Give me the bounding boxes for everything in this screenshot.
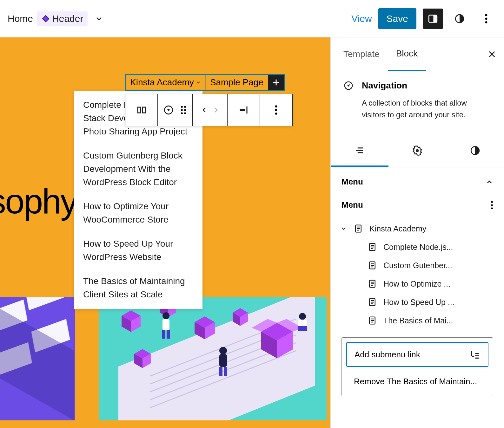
svg-rect-24 <box>162 319 169 330</box>
compass-icon <box>163 105 174 115</box>
toolbar-block-group <box>158 94 193 126</box>
svg-rect-41 <box>240 109 245 111</box>
svg-point-52 <box>491 201 493 203</box>
submenu-item[interactable]: Custom Gutenberg Block Development With … <box>83 149 194 189</box>
chevron-left-icon <box>201 105 208 115</box>
tree-item[interactable]: The Basics of Mai... <box>337 311 498 330</box>
submenu-item[interactable]: The Basics of Maintaining Client Sites a… <box>83 275 194 301</box>
plus-icon <box>272 78 281 87</box>
svg-rect-26 <box>167 330 170 339</box>
subtab-settings[interactable] <box>388 134 446 167</box>
block-subtabs <box>331 134 504 167</box>
svg-point-27 <box>219 347 227 354</box>
view-link[interactable]: View <box>351 13 372 24</box>
nav-item-sample-page[interactable]: Sample Page <box>206 75 268 90</box>
toolbar-block-type[interactable] <box>163 105 174 115</box>
svg-point-38 <box>184 109 186 111</box>
menu-actions: Add submenu link Remove The Basics of Ma… <box>342 337 493 396</box>
block-desc: A collection of blocks that allow visito… <box>362 97 491 120</box>
settings-panel-toggle[interactable] <box>423 9 443 29</box>
tree-item-label: The Basics of Mai... <box>383 316 453 325</box>
drag-icon <box>180 105 187 115</box>
block-title: Navigation <box>362 81 491 91</box>
submenu-item[interactable]: How to Speed Up Your WordPress Website <box>83 237 194 264</box>
page-icon <box>368 279 377 289</box>
tab-template[interactable]: Template <box>335 38 388 71</box>
half-circle-icon <box>470 145 481 156</box>
toolbar-justify[interactable] <box>228 94 260 126</box>
svg-point-35 <box>181 106 183 108</box>
template-part-icon <box>41 14 50 23</box>
template-chip-header[interactable]: Header <box>37 11 88 26</box>
toolbar-drag-handle[interactable] <box>180 105 187 115</box>
svg-point-7 <box>485 21 487 23</box>
top-toolbar: Home Header View Save <box>0 0 504 37</box>
illustration-teal <box>99 297 327 420</box>
submenu-item[interactable]: How to Optimize Your WooCommerce Store <box>83 200 194 226</box>
tree-item-parent[interactable]: Kinsta Academy <box>337 219 498 238</box>
add-nav-item-button[interactable] <box>268 75 284 90</box>
page-icon <box>368 261 377 270</box>
block-description: Navigation A collection of blocks that a… <box>331 71 504 134</box>
chevron-down-icon[interactable] <box>340 225 347 232</box>
tree-item[interactable]: Custom Gutenber... <box>337 256 498 275</box>
block-toolbar <box>125 94 293 126</box>
svg-point-50 <box>416 149 419 152</box>
chevron-right-icon <box>212 105 220 115</box>
editor-canvas[interactable]: sophy <box>0 37 330 428</box>
toolbar-more-options[interactable] <box>260 94 292 126</box>
styles-toggle[interactable] <box>449 9 470 29</box>
tree-item[interactable]: How to Speed Up ... <box>337 293 498 311</box>
add-submenu-link-button[interactable]: Add submenu link <box>346 342 488 367</box>
svg-rect-3 <box>433 15 437 22</box>
toolbar-move-group <box>193 94 228 126</box>
svg-point-43 <box>275 105 277 107</box>
page-title: sophy <box>0 181 77 221</box>
toolbar-move-right <box>210 103 222 117</box>
topbar-actions: View Save <box>351 8 496 29</box>
navigation-block[interactable]: Kinsta Academy Sample Page <box>125 74 285 91</box>
action-label: Add submenu link <box>355 350 420 360</box>
menu-name: Menu <box>342 200 363 210</box>
page-icon <box>368 242 377 252</box>
panel-title: Menu <box>342 177 363 187</box>
tab-block[interactable]: Block <box>388 37 426 71</box>
page-icon <box>368 316 377 325</box>
svg-rect-28 <box>219 354 227 367</box>
svg-point-39 <box>181 112 183 114</box>
tree-item-label: Kinsta Academy <box>369 224 426 233</box>
subtab-styles[interactable] <box>446 134 504 167</box>
kebab-icon[interactable] <box>491 200 493 210</box>
save-button[interactable]: Save <box>378 8 416 29</box>
content-cards <box>0 297 327 420</box>
svg-rect-25 <box>162 330 165 339</box>
tree-item-label: How to Speed Up ... <box>383 298 454 307</box>
content-card <box>0 297 75 420</box>
chevron-down-icon[interactable] <box>95 14 103 23</box>
toolbar-select-parent[interactable] <box>125 94 158 126</box>
svg-point-53 <box>491 204 493 206</box>
tree-item-label: Complete Node.js... <box>383 243 453 252</box>
tree-item-label: Custom Gutenber... <box>383 261 452 270</box>
nav-item-kinsta-academy[interactable]: Kinsta Academy <box>126 75 206 90</box>
compass-icon <box>343 81 354 91</box>
toolbar-move-left[interactable] <box>199 103 210 117</box>
home-link[interactable]: Home <box>8 13 33 24</box>
svg-rect-32 <box>298 320 307 326</box>
svg-point-36 <box>184 106 186 108</box>
menu-panel-header[interactable]: Menu <box>331 167 504 194</box>
menu-selector[interactable]: Menu <box>331 194 504 219</box>
tree-item[interactable]: How to Optimize ... <box>337 275 498 293</box>
svg-point-40 <box>184 112 186 114</box>
svg-point-45 <box>275 113 277 115</box>
more-menu-button[interactable] <box>476 9 496 29</box>
content-card <box>99 297 327 420</box>
chevron-down-icon <box>196 80 201 85</box>
close-sidebar-button[interactable] <box>484 47 500 62</box>
half-circle-icon <box>454 13 465 24</box>
svg-rect-0 <box>43 16 49 22</box>
gear-icon <box>412 145 423 156</box>
subtab-list-view[interactable] <box>331 134 388 167</box>
remove-item-button[interactable]: Remove The Basics of Maintain... <box>342 371 493 396</box>
tree-item[interactable]: Complete Node.js... <box>337 238 498 256</box>
